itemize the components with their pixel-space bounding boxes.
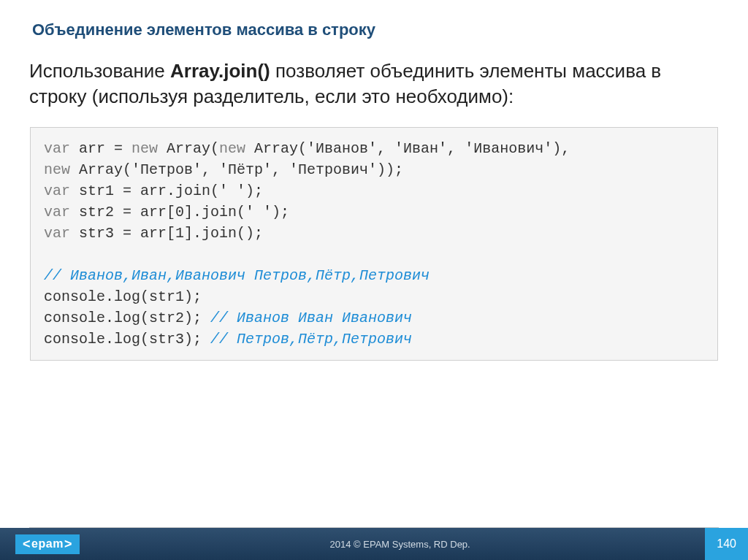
code-kw: new xyxy=(44,161,70,178)
logo-wrap: <epam> xyxy=(0,528,95,560)
code-text: str3 = arr[1].join(); xyxy=(70,225,263,242)
code-kw: var xyxy=(44,140,70,157)
code-text: str1 = arr.join(' '); xyxy=(70,183,263,199)
code-kw: new xyxy=(219,140,245,157)
code-comment: // Петров,Пётр,Петрович xyxy=(210,331,412,348)
code-kw: var xyxy=(44,204,70,220)
slide-footer: <epam> 2014 © EPAM Systems, RD Dep. 140 xyxy=(0,528,748,560)
code-block: var arr = new Array(new Array('Иванов', … xyxy=(30,127,718,361)
code-text: Array('Иванов', 'Иван', 'Иванович'), xyxy=(245,140,570,157)
angle-right-icon: > xyxy=(64,537,72,552)
copyright-text: 2014 © EPAM Systems, RD Dep. xyxy=(95,539,705,550)
epam-logo: <epam> xyxy=(15,534,80,554)
slide-content: Использование Array.join() позволяет объ… xyxy=(0,45,748,560)
slide-title: Объединение элементов массива в строку xyxy=(32,20,716,39)
api-name: Array.join() xyxy=(170,60,270,82)
code-text: console.log(str1); xyxy=(44,288,202,305)
code-text: Array('Петров', 'Пётр', 'Петрович')); xyxy=(70,161,403,178)
slide-header: Объединение элементов массива в строку xyxy=(0,0,748,45)
code-comment: // Иванов Иван Иванович xyxy=(210,310,412,326)
slide: Объединение элементов массива в строку И… xyxy=(0,0,748,560)
code-kw: var xyxy=(44,183,70,199)
code-text: Array( xyxy=(158,140,219,157)
body-paragraph: Использование Array.join() позволяет объ… xyxy=(29,58,719,110)
code-kw: new xyxy=(131,140,158,157)
code-text: console.log(str2); xyxy=(44,310,210,326)
logo-text: epam xyxy=(31,537,64,551)
code-text: console.log(str3); xyxy=(44,331,210,348)
code-comment: // Иванов,Иван,Иванович Петров,Пётр,Петр… xyxy=(44,267,430,284)
code-kw: var xyxy=(44,225,70,242)
page-number: 140 xyxy=(705,528,748,560)
body-text-pre: Использование xyxy=(29,60,170,82)
angle-left-icon: < xyxy=(23,537,31,552)
code-text: arr = xyxy=(70,140,131,157)
code-text: str2 = arr[0].join(' '); xyxy=(70,204,289,220)
